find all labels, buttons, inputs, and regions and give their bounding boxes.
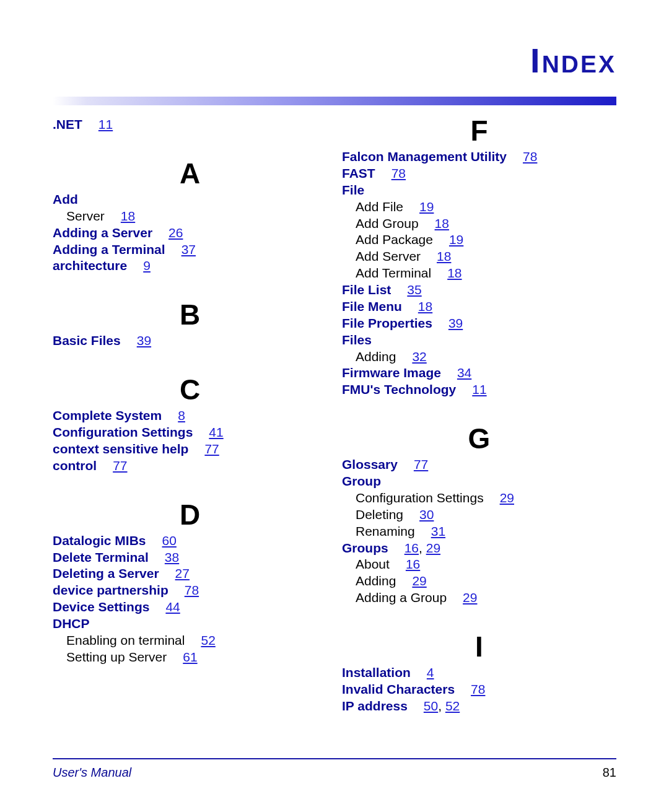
page-link[interactable]: 18 <box>437 249 451 263</box>
footer-page-number: 81 <box>603 766 616 780</box>
page-link[interactable]: 31 <box>431 524 445 538</box>
index-entry: Adding a Server26 <box>53 225 327 242</box>
page-link[interactable]: 29 <box>426 541 440 555</box>
page-link[interactable]: 32 <box>412 349 426 364</box>
page-link[interactable]: 16 <box>404 541 419 555</box>
page-link[interactable]: 77 <box>204 442 219 456</box>
entry-term: Complete System <box>53 408 162 422</box>
entry-term: Glossary <box>342 457 398 471</box>
index-entry: File <box>342 182 616 199</box>
page-link[interactable]: 60 <box>162 533 177 548</box>
page-link[interactable]: 29 <box>412 574 426 588</box>
page-link[interactable]: 9 <box>143 258 151 273</box>
page-link[interactable]: 78 <box>523 149 537 164</box>
entry-term: Deleting a Server <box>53 566 159 580</box>
entry-term: control <box>53 458 97 473</box>
index-entry: Glossary77 <box>342 456 616 473</box>
index-entry: Delete Terminal38 <box>53 549 327 566</box>
page-link[interactable]: 35 <box>407 282 421 297</box>
page-title: Index <box>53 40 616 81</box>
subentry-term: Add Server <box>356 249 421 263</box>
footer-rule <box>53 758 616 759</box>
index-entry: Adding a Terminal37 <box>53 242 327 258</box>
page-link[interactable]: 77 <box>113 458 127 473</box>
index-columns: .NET11 A Add Server18 Adding a Server26 … <box>53 116 616 715</box>
left-column: .NET11 A Add Server18 Adding a Server26 … <box>53 116 327 715</box>
page-link[interactable]: 38 <box>165 550 179 564</box>
entry-term: architecture <box>53 258 127 273</box>
index-subentry: Add Server18 <box>342 248 616 265</box>
subentry-term: Adding <box>356 574 396 588</box>
page-link[interactable]: 52 <box>201 633 215 647</box>
index-entry: Invalid Characters78 <box>342 681 616 698</box>
page-link[interactable]: 26 <box>168 225 183 240</box>
entry-term: DHCP <box>53 616 90 631</box>
index-entry: context sensitive help77 <box>53 441 327 458</box>
index-subentry: Adding32 <box>342 349 616 365</box>
index-entry: File Properties39 <box>342 315 616 332</box>
page-link[interactable]: 29 <box>463 590 477 605</box>
subentry-term: Add Package <box>356 232 433 247</box>
page-link[interactable]: 16 <box>406 557 420 571</box>
gradient-rule <box>53 97 616 105</box>
section-letter: F <box>342 116 616 145</box>
index-entry: Basic Files39 <box>53 333 327 349</box>
section-letter: G <box>342 424 616 453</box>
page-link[interactable]: 78 <box>391 166 406 180</box>
page-link[interactable]: 78 <box>185 583 199 597</box>
index-entry: control77 <box>53 458 327 474</box>
index-subentry: About16 <box>342 556 616 573</box>
index-subentry: Deleting30 <box>342 507 616 523</box>
page-link[interactable]: 37 <box>181 242 196 256</box>
page-link[interactable]: 41 <box>209 425 223 439</box>
page-link[interactable]: 30 <box>419 507 434 522</box>
entry-term: Installation <box>342 665 411 679</box>
index-subentry: Configuration Settings29 <box>342 490 616 507</box>
index-subentry: Adding a Group29 <box>342 590 616 606</box>
index-entry: .NET11 <box>53 116 327 133</box>
index-entry: FMU's Technology11 <box>342 382 616 398</box>
subentry-term: Adding a Group <box>356 590 447 605</box>
entry-term: File <box>342 183 364 197</box>
page-link[interactable]: 39 <box>137 333 151 347</box>
index-entry: Add <box>53 191 327 208</box>
page-link[interactable]: 50 <box>424 699 438 713</box>
footer-title: User's Manual <box>53 766 131 780</box>
entry-term: Basic Files <box>53 333 121 347</box>
page-link[interactable]: 29 <box>500 491 514 505</box>
page-link[interactable]: 61 <box>183 650 197 664</box>
page-link[interactable]: 18 <box>435 216 449 230</box>
page-link[interactable]: 18 <box>121 209 135 223</box>
page-link[interactable]: 77 <box>414 457 428 471</box>
index-entry: Datalogic MIBs60 <box>53 533 327 549</box>
page-link[interactable]: 19 <box>449 232 463 247</box>
entry-term: FAST <box>342 166 375 180</box>
entry-term: File List <box>342 282 391 297</box>
page-link[interactable]: 34 <box>457 365 471 380</box>
page-link[interactable]: 18 <box>447 266 461 280</box>
page-link[interactable]: 18 <box>418 299 432 313</box>
entry-term: .NET <box>53 117 82 131</box>
section-letter: I <box>342 632 616 661</box>
index-entry: IP address50, 52 <box>342 698 616 715</box>
section-letter: A <box>53 159 327 188</box>
subentry-term: Deleting <box>356 507 403 522</box>
page-link[interactable]: 44 <box>165 600 180 614</box>
entry-term: Files <box>342 333 372 347</box>
entry-term: Adding a Server <box>53 225 152 240</box>
page-link[interactable]: 27 <box>175 566 190 580</box>
entry-term: Group <box>342 474 381 488</box>
page-link[interactable]: 11 <box>98 117 113 131</box>
index-entry: Installation4 <box>342 665 616 681</box>
page-link[interactable]: 8 <box>178 408 185 422</box>
entry-term: File Menu <box>342 299 402 313</box>
index-entry: File List35 <box>342 282 616 299</box>
subentry-term: Adding <box>356 349 396 364</box>
page-link[interactable]: 11 <box>472 382 486 396</box>
page-link[interactable]: 39 <box>448 316 463 330</box>
page-link[interactable]: 52 <box>445 699 460 713</box>
page-link[interactable]: 78 <box>471 682 485 696</box>
entry-term: Configuration Settings <box>53 425 193 439</box>
page-link[interactable]: 19 <box>419 199 434 214</box>
page-link[interactable]: 4 <box>427 665 434 679</box>
